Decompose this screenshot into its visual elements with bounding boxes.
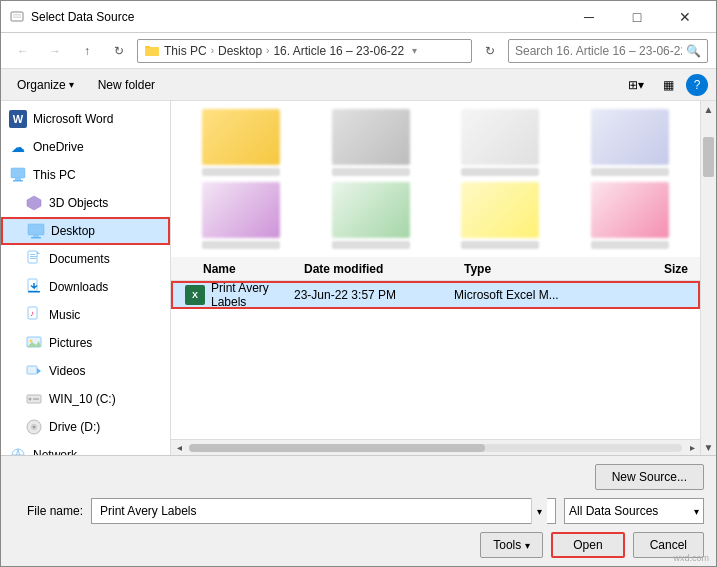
onedrive-icon: ☁ bbox=[9, 138, 27, 156]
sidebar-item-3dobjects[interactable]: 3D Objects bbox=[1, 189, 170, 217]
downloads-icon bbox=[25, 278, 43, 296]
new-source-label: New Source... bbox=[612, 470, 687, 484]
sidebar-label-3dobjects: 3D Objects bbox=[49, 196, 108, 210]
file-type-select[interactable]: All Data Sources ▾ bbox=[564, 498, 704, 524]
sidebar-item-onedrive[interactable]: ☁ OneDrive bbox=[1, 133, 170, 161]
back-button[interactable]: ← bbox=[9, 37, 37, 65]
blurred-file-5 bbox=[179, 182, 303, 249]
sidebar-item-winc[interactable]: WIN_10 (C:) bbox=[1, 385, 170, 413]
blurred-file-7 bbox=[439, 182, 563, 249]
svg-rect-9 bbox=[28, 224, 44, 235]
sidebar-item-desktop[interactable]: Desktop bbox=[1, 217, 170, 245]
dialog-title: Select Data Source bbox=[31, 10, 566, 24]
svg-rect-15 bbox=[30, 256, 37, 257]
file-list-header: Name Date modified Type Size bbox=[171, 257, 700, 281]
file-name-dropdown-btn[interactable]: ▾ bbox=[531, 498, 547, 524]
sidebar-label-videos: Videos bbox=[49, 364, 85, 378]
file-date: 23-Jun-22 3:57 PM bbox=[294, 288, 454, 302]
minimize-button[interactable]: ─ bbox=[566, 1, 612, 33]
up-button[interactable]: ↑ bbox=[73, 37, 101, 65]
word-icon: W bbox=[9, 110, 27, 128]
header-size: Size bbox=[616, 262, 696, 276]
dialog-window: Select Data Source ─ □ ✕ ← → ↑ ↻ This PC… bbox=[0, 0, 717, 567]
scroll-down-btn[interactable]: ▼ bbox=[701, 439, 717, 455]
svg-rect-24 bbox=[27, 366, 37, 374]
blurred-file-6 bbox=[309, 182, 433, 249]
svg-rect-2 bbox=[13, 16, 21, 18]
refresh-button[interactable]: ↻ bbox=[105, 37, 133, 65]
forward-button[interactable]: → bbox=[41, 37, 69, 65]
breadcrumb-desktop[interactable]: Desktop bbox=[218, 44, 262, 58]
file-type-label: All Data Sources bbox=[569, 504, 658, 518]
open-button[interactable]: Open bbox=[551, 532, 624, 558]
sidebar-item-word[interactable]: W Microsoft Word bbox=[1, 105, 170, 133]
3dobjects-icon bbox=[25, 194, 43, 212]
scroll-up-btn[interactable]: ▲ bbox=[701, 101, 717, 117]
svg-rect-4 bbox=[145, 46, 150, 48]
drived-icon bbox=[25, 418, 43, 436]
tools-label: Tools bbox=[493, 538, 521, 552]
sidebar-item-network[interactable]: Network bbox=[1, 441, 170, 455]
file-name-input[interactable] bbox=[100, 504, 531, 518]
sidebar-item-downloads[interactable]: Downloads bbox=[1, 273, 170, 301]
breadcrumb[interactable]: This PC › Desktop › 16. Article 16 – 23-… bbox=[137, 39, 472, 63]
search-input[interactable] bbox=[515, 44, 682, 58]
file-name-input-wrap: ▾ bbox=[91, 498, 556, 524]
scroll-track-h bbox=[189, 444, 682, 452]
pane-toggle-button[interactable]: ▦ bbox=[654, 73, 682, 97]
main-content: W Microsoft Word ☁ OneDrive This PC 3D O… bbox=[1, 101, 716, 455]
cancel-button[interactable]: Cancel bbox=[633, 532, 704, 558]
svg-rect-6 bbox=[15, 178, 21, 180]
sidebar-item-documents[interactable]: Documents bbox=[1, 245, 170, 273]
svg-point-31 bbox=[33, 426, 35, 428]
scroll-left-btn[interactable]: ◂ bbox=[171, 440, 187, 456]
svg-rect-7 bbox=[13, 180, 23, 182]
svg-rect-17 bbox=[28, 279, 37, 291]
type-dropdown-arrow-icon: ▾ bbox=[694, 506, 699, 517]
svg-rect-16 bbox=[30, 258, 36, 259]
nav-toolbar: ← → ↑ ↻ This PC › Desktop › 16. Article … bbox=[1, 33, 716, 69]
sidebar-label-thispc: This PC bbox=[33, 168, 76, 182]
sidebar-label-network: Network bbox=[33, 448, 77, 455]
search-icon: 🔍 bbox=[686, 44, 701, 58]
title-bar: Select Data Source ─ □ ✕ bbox=[1, 1, 716, 33]
sidebar-label-desktop: Desktop bbox=[51, 224, 95, 238]
close-button[interactable]: ✕ bbox=[662, 1, 708, 33]
sidebar-item-drived[interactable]: Drive (D:) bbox=[1, 413, 170, 441]
window-controls: ─ □ ✕ bbox=[566, 1, 708, 33]
file-row-print-avery[interactable]: X Print Avery Labels 23-Jun-22 3:57 PM M… bbox=[171, 281, 700, 309]
sidebar-item-videos[interactable]: Videos bbox=[1, 357, 170, 385]
blurred-file-2 bbox=[309, 109, 433, 176]
organize-button[interactable]: Organize ▾ bbox=[9, 74, 82, 96]
sidebar-item-thispc[interactable]: This PC bbox=[1, 161, 170, 189]
breadcrumb-refresh-button[interactable]: ↻ bbox=[476, 37, 504, 65]
breadcrumb-folder[interactable]: 16. Article 16 – 23-06-22 bbox=[273, 44, 404, 58]
svg-point-27 bbox=[29, 398, 32, 401]
svg-text:♪: ♪ bbox=[30, 309, 34, 318]
sidebar-item-pictures[interactable]: Pictures bbox=[1, 329, 170, 357]
svg-rect-10 bbox=[33, 235, 39, 237]
file-list-area: Name Date modified Type Size X Print Ave… bbox=[171, 257, 700, 439]
open-label: Open bbox=[573, 538, 602, 552]
new-folder-button[interactable]: New folder bbox=[90, 74, 163, 96]
tools-button[interactable]: Tools ▾ bbox=[480, 532, 543, 558]
file-type: Microsoft Excel M... bbox=[454, 288, 614, 302]
view-toggle-button[interactable]: ⊞▾ bbox=[622, 73, 650, 97]
title-bar-icon bbox=[9, 9, 25, 25]
sidebar-label-word: Microsoft Word bbox=[33, 112, 113, 126]
sidebar: W Microsoft Word ☁ OneDrive This PC 3D O… bbox=[1, 101, 171, 455]
sidebar-label-downloads: Downloads bbox=[49, 280, 108, 294]
scroll-right-btn[interactable]: ▸ bbox=[684, 440, 700, 456]
horizontal-scrollbar[interactable]: ◂ ▸ bbox=[171, 439, 700, 455]
sidebar-label-music: Music bbox=[49, 308, 80, 322]
sidebar-item-music[interactable]: ♪ Music bbox=[1, 301, 170, 329]
new-source-button[interactable]: New Source... bbox=[595, 464, 704, 490]
secondary-toolbar: Organize ▾ New folder ⊞▾ ▦ ? bbox=[1, 69, 716, 101]
sidebar-label-pictures: Pictures bbox=[49, 336, 92, 350]
vertical-scrollbar: ▲ ▼ bbox=[700, 101, 716, 455]
help-button[interactable]: ? bbox=[686, 74, 708, 96]
breadcrumb-thispc[interactable]: This PC bbox=[164, 44, 207, 58]
maximize-button[interactable]: □ bbox=[614, 1, 660, 33]
scroll-track-v bbox=[701, 117, 716, 439]
tools-dropdown-icon: ▾ bbox=[525, 540, 530, 551]
